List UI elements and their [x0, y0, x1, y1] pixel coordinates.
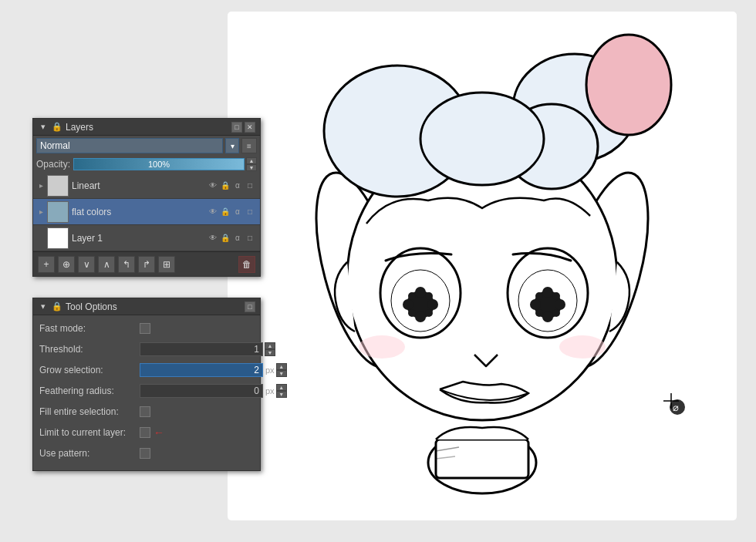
layer-lock-layer1[interactable]: 🔒	[220, 234, 231, 242]
layer-alpha-flat[interactable]: α	[232, 207, 243, 216]
svg-point-18	[425, 292, 433, 300]
grow-selection-input[interactable]	[140, 363, 263, 377]
layer-props-button[interactable]: ⊞	[158, 256, 175, 273]
svg-point-22	[404, 281, 413, 290]
layer-expand-lineart: ▸	[38, 181, 44, 190]
opacity-row: Opacity: 100% ▲ ▼	[33, 156, 260, 173]
limit-layer-label: Limit to current layer:	[39, 427, 140, 438]
layers-collapse-icon[interactable]: ▾	[38, 122, 49, 133]
layer-item-flat-colors[interactable]: ▸ flat colors 👁 🔒 α □	[33, 199, 260, 225]
use-pattern-row: Use pattern:	[39, 445, 254, 462]
layer-mask-layer1: □	[245, 234, 255, 242]
layer-eye-layer1[interactable]: 👁	[208, 234, 218, 242]
svg-point-31	[535, 292, 543, 300]
feathering-down[interactable]: ▼	[276, 391, 287, 398]
feathering-label: Feathering radius:	[39, 385, 140, 396]
tool-options-title: Tool Options	[66, 301, 241, 312]
fast-mode-control	[140, 323, 254, 334]
layer-eye-lineart[interactable]: 👁	[208, 181, 218, 190]
layer-lock-lineart[interactable]: 🔒	[220, 181, 231, 190]
svg-point-10	[420, 93, 544, 185]
threshold-row: Threshold: ▲ ▼	[39, 341, 254, 358]
opacity-value: 100%	[148, 160, 170, 169]
layer-down-button[interactable]: ∨	[78, 256, 95, 273]
svg-rect-2	[436, 439, 528, 478]
svg-point-34	[532, 281, 541, 290]
use-pattern-label: Use pattern:	[39, 448, 140, 459]
new-layer-button[interactable]: +	[38, 256, 55, 273]
svg-point-17	[427, 299, 438, 310]
tool-options-titlebar: ▾ 🔒 Tool Options □	[33, 298, 260, 315]
feathering-input[interactable]	[140, 384, 263, 398]
svg-text:⌀: ⌀	[673, 402, 679, 413]
fast-mode-row: Fast mode:	[39, 320, 254, 337]
opacity-up[interactable]: ▲	[246, 157, 257, 164]
fast-mode-checkbox[interactable]	[140, 323, 150, 334]
merge-layer-button[interactable]: ↱	[138, 256, 155, 273]
grow-selection-up[interactable]: ▲	[276, 363, 287, 370]
svg-point-36	[559, 335, 606, 359]
anchor-layer-button[interactable]: ↰	[118, 256, 135, 273]
svg-point-16	[403, 299, 413, 310]
layer-mask-flat: □	[245, 207, 255, 216]
layer-menu-button[interactable]: ≡	[241, 138, 257, 153]
layers-panel: ▾ 🔒 Layers □ ✕ Normal Multiply Screen ▾ …	[32, 118, 261, 277]
feathering-control: px ▲ ▼	[140, 384, 287, 398]
tool-options-lock-icon: 🔒	[52, 301, 62, 312]
threshold-arrows: ▲ ▼	[265, 342, 275, 356]
fill-entire-label: Fill entire selection:	[39, 406, 140, 417]
threshold-up[interactable]: ▲	[265, 342, 275, 349]
blend-mode-select[interactable]: Normal Multiply Screen	[36, 138, 223, 153]
grow-selection-row: Grow selection: px ▲ ▼	[39, 362, 254, 379]
layer-name-flat: flat colors	[72, 207, 204, 217]
feathering-arrows: ▲ ▼	[276, 384, 287, 398]
limit-layer-checkbox[interactable]	[140, 427, 150, 438]
layer-alpha-layer1[interactable]: α	[232, 234, 243, 242]
grow-selection-down[interactable]: ▼	[276, 370, 287, 377]
grow-selection-label: Grow selection:	[39, 365, 140, 375]
opacity-slider[interactable]: 100%	[73, 158, 245, 170]
grow-selection-unit: px	[265, 365, 275, 375]
delete-layer-button[interactable]: 🗑	[238, 256, 255, 273]
feathering-up[interactable]: ▲	[276, 384, 287, 391]
layer-icons-lineart: 👁 🔒 α □	[208, 181, 255, 190]
threshold-down[interactable]: ▼	[265, 349, 275, 356]
svg-point-27	[542, 311, 553, 322]
layers-lock-icon: 🔒	[52, 122, 62, 133]
layer-alpha-lineart[interactable]: α	[232, 181, 243, 190]
use-pattern-control	[140, 448, 254, 459]
fill-entire-row: Fill entire selection:	[39, 403, 254, 420]
layer-icons-layer1: 👁 🔒 α □	[208, 234, 255, 242]
svg-point-15	[415, 311, 426, 322]
limit-layer-row: Limit to current layer: ←	[39, 424, 254, 441]
grow-selection-arrows: ▲ ▼	[276, 363, 287, 377]
layer-item-lineart[interactable]: ▸ Lineart 👁 🔒 α □	[33, 173, 260, 199]
layer-lock-flat[interactable]: 🔒	[220, 207, 231, 216]
tool-options-dock-button[interactable]: □	[245, 301, 255, 312]
threshold-label: Threshold:	[39, 344, 140, 355]
limit-layer-control: ←	[140, 427, 254, 438]
threshold-input[interactable]	[140, 342, 263, 356]
use-pattern-checkbox[interactable]	[140, 448, 150, 459]
opacity-down[interactable]: ▼	[246, 164, 257, 171]
fill-entire-checkbox[interactable]	[140, 406, 150, 417]
layers-title-buttons: □ ✕	[231, 122, 255, 133]
layer-eye-flat[interactable]: 👁	[208, 207, 218, 216]
layer-item-layer1[interactable]: Layer 1 👁 🔒 α □	[33, 225, 260, 251]
tool-options-panel: ▾ 🔒 Tool Options □ Fast mode: Threshold:…	[32, 298, 261, 471]
new-layer-copy-button[interactable]: ⊕	[58, 256, 75, 273]
threshold-control: ▲ ▼	[140, 342, 275, 356]
layer-mask-lineart: □	[245, 181, 255, 190]
layers-title: Layers	[66, 122, 228, 133]
arrow-right-red-icon: ←	[154, 426, 164, 439]
blend-mode-arrow[interactable]: ▾	[225, 138, 239, 153]
tool-options-collapse-icon[interactable]: ▾	[38, 301, 49, 312]
fast-mode-label: Fast mode:	[39, 323, 140, 334]
layers-close-button[interactable]: ✕	[245, 122, 255, 133]
svg-point-21	[408, 309, 416, 317]
layer-up-button[interactable]: ∧	[98, 256, 115, 273]
svg-point-8	[586, 35, 671, 135]
layers-dock-button[interactable]: □	[231, 122, 242, 133]
character-illustration: ⌀	[208, 8, 756, 532]
svg-point-28	[530, 299, 541, 310]
